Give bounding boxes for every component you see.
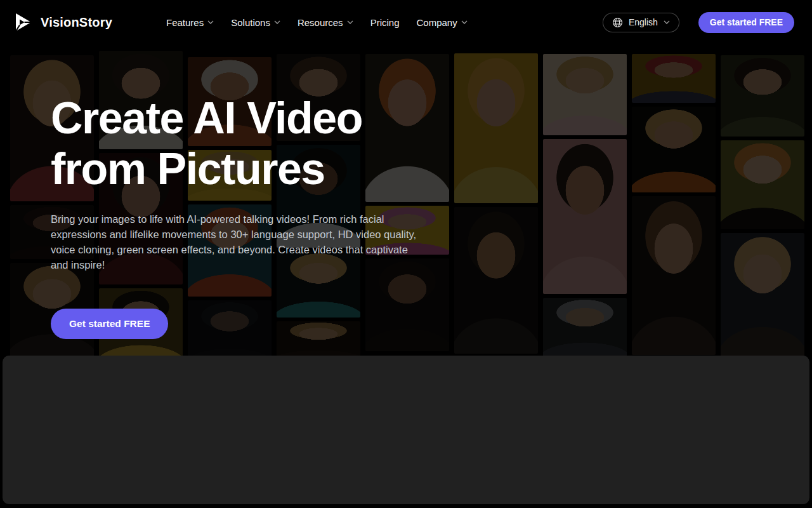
nav-right: English Get started FREE [603,0,794,44]
chevron-down-icon [664,20,670,24]
brand-logo[interactable]: VisionStory [13,12,112,32]
globe-icon [612,17,623,28]
chevron-down-icon [274,20,280,24]
language-selector[interactable]: English [603,13,679,32]
top-nav: VisionStory FeaturesSolutionsResourcesPr… [0,0,812,44]
nav-item-company[interactable]: Company [416,17,467,28]
visionstory-logo-icon [13,12,33,32]
language-label: English [629,17,658,27]
nav-item-solutions[interactable]: Solutions [231,17,280,28]
get-started-button[interactable]: Get started FREE [698,12,794,33]
nav-item-label: Features [166,17,204,28]
nav-item-resources[interactable]: Resources [298,17,353,28]
nav-item-features[interactable]: Features [166,17,214,28]
hero-section: Create AI Videofrom Pictures Bring your … [51,44,438,339]
main-nav: FeaturesSolutionsResourcesPricingCompany [166,0,468,44]
nav-item-label: Pricing [370,17,400,28]
brand-name: VisionStory [41,15,112,30]
hero-get-started-button[interactable]: Get started FREE [51,309,168,339]
nav-item-label: Solutions [231,17,270,28]
nav-item-label: Company [416,17,457,28]
nav-item-label: Resources [298,17,343,28]
chevron-down-icon [207,20,214,24]
nav-item-pricing[interactable]: Pricing [370,17,400,28]
page: VisionStory FeaturesSolutionsResourcesPr… [0,0,812,508]
chevron-down-icon [347,20,353,24]
hero-description: Bring your images to life with AI-powere… [51,211,424,272]
cookie-banner: Cookiebot by Usercentrics This website u… [3,356,809,504]
hero-title: Create AI Videofrom Pictures [51,93,438,194]
chevron-down-icon [461,20,468,24]
